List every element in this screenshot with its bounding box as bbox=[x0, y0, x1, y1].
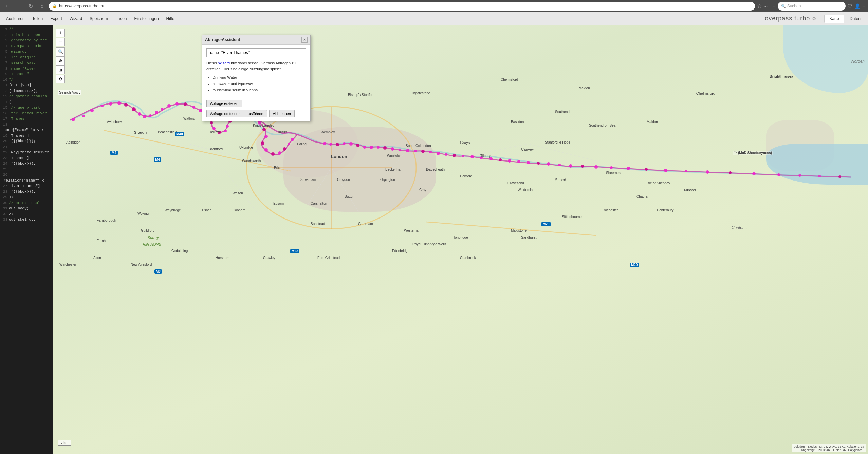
dialog-close-btn[interactable]: × bbox=[301, 37, 308, 43]
svg-point-90 bbox=[210, 121, 213, 124]
svg-point-77 bbox=[752, 172, 756, 175]
svg-point-71 bbox=[627, 167, 630, 170]
map-search-btn[interactable]: 🔍 bbox=[56, 47, 65, 56]
sidebar-toggle-icon[interactable]: ≡ bbox=[772, 3, 775, 9]
wizard-input[interactable] bbox=[206, 48, 306, 57]
svg-point-12 bbox=[72, 118, 75, 121]
svg-point-94 bbox=[226, 125, 229, 128]
svg-point-25 bbox=[167, 104, 171, 108]
svg-point-63 bbox=[527, 161, 530, 164]
search-icon: 🔍 bbox=[781, 4, 786, 8]
svg-point-15 bbox=[101, 105, 104, 107]
tab-map[interactable]: Karte bbox=[824, 15, 844, 23]
svg-point-56 bbox=[462, 155, 464, 157]
search-vas-label: Search Vas : bbox=[58, 90, 81, 95]
zoom-in-btn[interactable]: + bbox=[56, 29, 65, 37]
svg-point-91 bbox=[212, 127, 216, 130]
svg-point-73 bbox=[664, 169, 667, 172]
svg-point-54 bbox=[445, 153, 447, 156]
dialog-title: Abfrage-Assistent bbox=[205, 37, 240, 42]
dialog-button-row-2: Abfrage erstellen und ausführen Abbreche… bbox=[202, 109, 310, 121]
back-btn[interactable]: ← bbox=[3, 1, 12, 11]
browser-toolbar: ← → ↻ ⌂ 🔒 https://overpass-turbo.eu ☆ ··… bbox=[0, 0, 868, 12]
load-button[interactable]: Laden bbox=[112, 15, 130, 22]
map-area[interactable]: Brightlingsea Norden St Albans Chelmsfor… bbox=[53, 25, 868, 454]
svg-line-8 bbox=[223, 168, 257, 212]
map-background: Brightlingsea Norden St Albans Chelmsfor… bbox=[53, 25, 868, 454]
svg-point-53 bbox=[437, 152, 440, 155]
svg-point-60 bbox=[499, 158, 502, 161]
svg-point-27 bbox=[184, 102, 187, 106]
svg-point-57 bbox=[470, 155, 474, 158]
svg-point-23 bbox=[155, 111, 158, 114]
search-box[interactable]: 🔍 Suchen bbox=[778, 2, 846, 11]
svg-point-69 bbox=[594, 165, 598, 169]
svg-point-70 bbox=[610, 166, 613, 169]
svg-point-16 bbox=[109, 102, 112, 106]
svg-point-18 bbox=[124, 103, 128, 107]
app-title-icon: ⚙ bbox=[812, 16, 817, 21]
svg-point-61 bbox=[508, 159, 511, 163]
svg-point-65 bbox=[547, 162, 550, 166]
create-query-btn[interactable]: Abfrage erstellen bbox=[206, 100, 242, 107]
dialog-titlebar: Abfrage-Assistent × bbox=[202, 35, 310, 45]
example-item-2: highway=* and type:way bbox=[213, 81, 306, 87]
svg-point-20 bbox=[138, 112, 141, 116]
svg-point-74 bbox=[685, 170, 687, 172]
svg-point-68 bbox=[581, 165, 584, 168]
menu-dots[interactable]: ··· bbox=[764, 3, 768, 9]
svg-line-11 bbox=[528, 144, 596, 161]
address-bar[interactable]: 🔒 https://overpass-turbo.eu bbox=[49, 2, 755, 11]
zoom-out-btn[interactable]: − bbox=[56, 38, 65, 46]
svg-point-24 bbox=[161, 108, 164, 111]
svg-line-10 bbox=[460, 144, 528, 157]
example-item-1: Drinking Water bbox=[213, 74, 306, 81]
settings-button[interactable]: Einstellungen bbox=[131, 15, 162, 22]
map-scale-indicator: 5 km bbox=[58, 440, 71, 446]
svg-point-13 bbox=[82, 115, 85, 117]
map-layers-btn[interactable]: ⊞ bbox=[56, 65, 65, 74]
refresh-btn[interactable]: ↻ bbox=[26, 1, 35, 11]
svg-point-14 bbox=[90, 109, 94, 112]
dialog-description: Dieser Wizard hilft dabei selbst Overpas… bbox=[206, 60, 306, 72]
svg-point-62 bbox=[517, 160, 520, 163]
app-toolbar: Ausführen Teilen Export Wizard Speichern… bbox=[0, 12, 868, 25]
wizard-button[interactable]: Wizard bbox=[66, 15, 86, 22]
svg-point-75 bbox=[706, 170, 709, 174]
profile-icon[interactable]: 👤 bbox=[854, 3, 860, 9]
create-run-query-btn[interactable]: Abfrage erstellen und ausführen bbox=[206, 110, 267, 117]
svg-point-22 bbox=[149, 114, 152, 117]
help-button[interactable]: Hilfe bbox=[163, 15, 178, 22]
run-button[interactable]: Ausführen bbox=[3, 15, 28, 22]
map-zoom-controls: + − bbox=[56, 29, 65, 46]
tab-data[interactable]: Daten bbox=[845, 15, 865, 23]
wizard-link[interactable]: Wizard bbox=[218, 61, 230, 65]
save-button[interactable]: Speichern bbox=[86, 15, 111, 22]
share-button[interactable]: Teilen bbox=[29, 15, 46, 22]
svg-point-72 bbox=[645, 168, 648, 171]
svg-point-76 bbox=[729, 171, 732, 174]
svg-point-19 bbox=[132, 107, 136, 111]
browser-menu-icon[interactable]: ≡ bbox=[862, 3, 865, 9]
map-options-btn[interactable]: ⚙ bbox=[56, 75, 65, 83]
svg-point-17 bbox=[117, 101, 121, 105]
bookmark-icon[interactable]: ☆ bbox=[757, 3, 762, 10]
svg-point-26 bbox=[175, 102, 179, 106]
home-btn[interactable]: ⌂ bbox=[37, 1, 47, 11]
svg-point-21 bbox=[143, 115, 146, 118]
map-search-control: 🔍 ⊕ ⊞ ⚙ bbox=[56, 47, 65, 83]
export-button[interactable]: Export bbox=[47, 15, 66, 22]
scale-label: 5 km bbox=[61, 441, 68, 444]
map-locate-btn[interactable]: ⊕ bbox=[56, 56, 65, 65]
wizard-dialog[interactable]: Abfrage-Assistent × Dieser Wizard hilft … bbox=[202, 35, 311, 121]
svg-point-64 bbox=[537, 162, 540, 165]
map-attribution: geladen – Nodes: 43704, Ways: 1371, Rela… bbox=[792, 444, 866, 452]
cancel-btn[interactable]: Abbrechen bbox=[269, 110, 295, 117]
dialog-examples-list: Drinking Water highway=* and type:way to… bbox=[206, 74, 306, 93]
svg-point-28 bbox=[192, 106, 195, 109]
code-panel: 1/* 2 This has been 3 generated by the 4… bbox=[0, 25, 53, 454]
example-item-3: tourism=museum in Vienna bbox=[213, 87, 306, 93]
app-title: overpass turbo ⚙ bbox=[765, 15, 817, 22]
tab-buttons: Karte Daten bbox=[824, 15, 865, 23]
forward-btn[interactable]: → bbox=[14, 1, 24, 11]
